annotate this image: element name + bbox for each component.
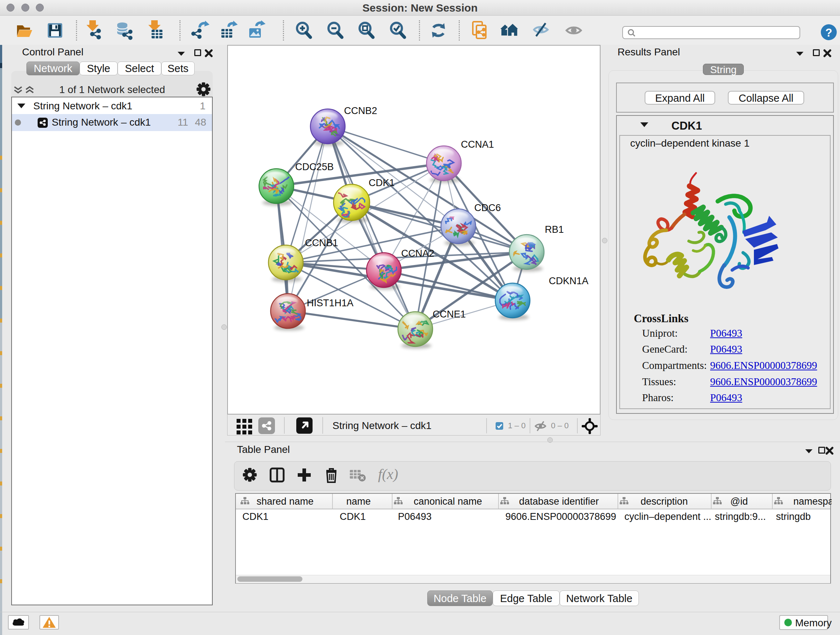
svg-text:CDK1: CDK1: [369, 177, 395, 188]
svg-text:CCNB1: CCNB1: [305, 238, 338, 249]
svg-text:CCNA2: CCNA2: [401, 248, 434, 259]
svg-text:CDC25B: CDC25B: [295, 162, 334, 172]
svg-text:CDC6: CDC6: [474, 203, 501, 213]
svg-text:CCNB2: CCNB2: [344, 105, 377, 116]
svg-text:RB1: RB1: [545, 224, 564, 235]
svg-text:CCNA1: CCNA1: [461, 139, 494, 150]
svg-text:CCNE1: CCNE1: [433, 309, 466, 320]
svg-text:CDKN1A: CDKN1A: [549, 276, 589, 287]
svg-text:HIST1H1A: HIST1H1A: [307, 298, 354, 309]
